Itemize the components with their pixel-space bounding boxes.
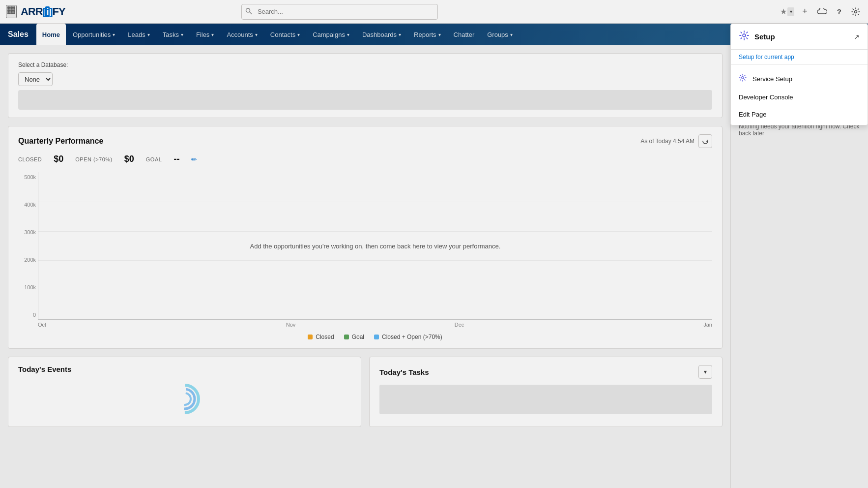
developer-console-item[interactable]: Developer Console [731,89,868,106]
setup-header-gear-icon [739,30,750,43]
setup-dropdown-divider [731,64,868,65]
external-link-icon[interactable]: ↗ [854,33,860,41]
setup-dropdown-title: Setup [754,32,775,41]
developer-console-label: Developer Console [739,93,793,101]
service-setup-item[interactable]: Service Setup [731,69,868,89]
service-setup-gear-icon [739,74,747,84]
setup-dropdown: Setup ↗ Setup for current app Service Se… [730,24,868,125]
svg-point-25 [742,77,744,79]
service-setup-label: Service Setup [752,75,792,83]
edit-page-label: Edit Page [739,111,766,118]
setup-for-current-app-link[interactable]: Setup for current app [731,50,868,62]
setup-dropdown-items: Service Setup Developer Console Edit Pag… [731,67,868,125]
edit-page-item[interactable]: Edit Page [731,106,868,123]
svg-point-24 [743,34,746,37]
setup-dropdown-header: Setup ↗ [731,24,868,50]
